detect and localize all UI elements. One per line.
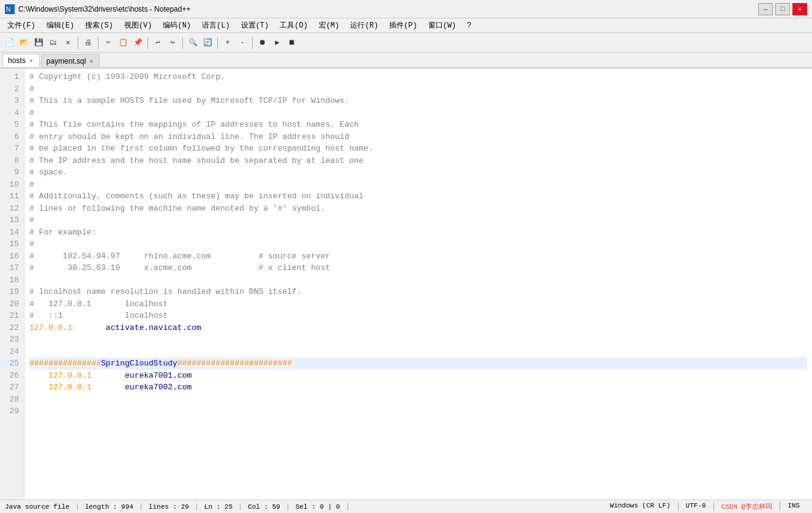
macro-stop-button[interactable]: ⏹ xyxy=(285,36,299,50)
code-line-20: # 127.0.0.1 localhost xyxy=(29,298,807,310)
menu-item-f[interactable]: 文件(F) xyxy=(2,19,40,32)
line-number-19: 19 xyxy=(2,286,19,298)
line-number-9: 9 xyxy=(2,167,19,179)
status-bar: Java source file length : 994 lines : 29… xyxy=(0,500,812,513)
line-number-22: 22 xyxy=(2,322,19,334)
paste-button[interactable]: 📌 xyxy=(131,36,144,50)
menu-item-r[interactable]: 运行(R) xyxy=(345,19,383,32)
line-ending: Windows (CR LF) xyxy=(610,502,679,511)
menu-item-m[interactable]: 宏(M) xyxy=(314,19,345,32)
line-number-25: 25 xyxy=(2,358,19,370)
minimize-button[interactable]: — xyxy=(758,3,773,15)
encoding: UTF-8 xyxy=(679,502,714,511)
menu-item-e[interactable]: 编辑(E) xyxy=(42,19,80,32)
code-line-8: # The IP address and the host name shoul… xyxy=(29,155,807,167)
code-line-14: # For example: xyxy=(29,227,807,239)
code-line-23 xyxy=(29,334,807,346)
menu-bar: 文件(F)编辑(E)搜索(S)视图(V)编码(N)语言(L)设置(T)工具(O)… xyxy=(0,18,812,33)
undo-button[interactable]: ↩ xyxy=(151,36,165,50)
toolbar-sep-3 xyxy=(147,37,148,49)
line-number-15: 15 xyxy=(2,238,19,250)
open-button[interactable]: 📂 xyxy=(17,36,31,50)
code-line-16: # 102.54.94.97 rhino.acme.com # source s… xyxy=(29,250,807,263)
length-info: length : 994 xyxy=(78,503,141,511)
line-number-14: 14 xyxy=(2,227,19,239)
line-number-20: 20 xyxy=(2,298,19,310)
code-line-6: # entry should be kept on an individual … xyxy=(29,131,807,143)
code-line-4: # xyxy=(29,107,807,119)
toolbar-sep-6 xyxy=(252,37,253,49)
menu-item-o[interactable]: 工具(O) xyxy=(275,19,313,32)
macro-play-button[interactable]: ▶ xyxy=(270,36,284,50)
menu-item-[interactable]: ? xyxy=(462,20,476,31)
code-line-11: # Additionally, comments (such as these)… xyxy=(29,190,807,203)
code-line-28 xyxy=(29,394,807,406)
save-button[interactable]: 💾 xyxy=(32,36,45,50)
zoom-in-button[interactable]: + xyxy=(221,36,234,50)
close-button2[interactable]: ✕ xyxy=(61,36,75,50)
tab-payment-sql[interactable]: payment.sql ✕ xyxy=(41,54,100,67)
lines-info: lines : 29 xyxy=(141,503,197,511)
code-line-2: # xyxy=(29,83,807,95)
code-area[interactable]: # Copyright (c) 1993-2009 Microsoft Corp… xyxy=(24,69,812,500)
line-number-2: 2 xyxy=(2,83,19,95)
line-number-8: 8 xyxy=(2,155,19,167)
tab-hosts[interactable]: hosts ✕ xyxy=(2,54,40,67)
code-line-5: # This file contains the mappings of IP … xyxy=(29,119,807,131)
sel-info: Sel : 0 | 0 xyxy=(288,503,348,511)
line-number-17: 17 xyxy=(2,262,19,274)
code-line-15: # xyxy=(29,238,807,250)
line-number-28: 28 xyxy=(2,394,19,406)
menu-item-t[interactable]: 设置(T) xyxy=(236,19,274,32)
cut-button[interactable]: ✂ xyxy=(102,36,115,50)
code-line-18 xyxy=(29,274,807,286)
replace-button[interactable]: 🔄 xyxy=(201,36,214,50)
toolbar-sep-2 xyxy=(98,37,99,49)
line-number-23: 23 xyxy=(2,334,19,346)
menu-item-n[interactable]: 编码(N) xyxy=(158,19,196,32)
line-number-3: 3 xyxy=(2,95,19,107)
print-button[interactable]: 🖨 xyxy=(81,36,95,50)
find-button[interactable]: 🔍 xyxy=(186,36,199,50)
zoom-out-button[interactable]: - xyxy=(236,36,249,50)
line-number-27: 27 xyxy=(2,381,19,394)
code-line-25: ###############SpringCloudStudy#########… xyxy=(29,358,807,370)
new-button[interactable]: 📄 xyxy=(2,36,16,50)
menu-item-p[interactable]: 插件(P) xyxy=(384,19,422,32)
menu-item-l[interactable]: 语言(L) xyxy=(197,19,235,32)
line-number-13: 13 xyxy=(2,214,19,227)
toolbar-sep-4 xyxy=(182,37,183,49)
menu-item-w[interactable]: 窗口(W) xyxy=(423,19,461,32)
tab-payment-close[interactable]: ✕ xyxy=(88,58,94,65)
menu-item-v[interactable]: 视图(V) xyxy=(119,19,157,32)
tab-hosts-close[interactable]: ✕ xyxy=(28,57,34,64)
svg-text:N: N xyxy=(6,6,10,13)
status-right: Windows (CR LF) UTF-8 CSDN @李志林同 INS xyxy=(610,502,807,511)
line-number-4: 4 xyxy=(2,107,19,119)
redo-button[interactable]: ↪ xyxy=(166,36,179,50)
code-line-10: # xyxy=(29,179,807,191)
app-icon: N xyxy=(5,4,15,14)
close-button[interactable]: ✕ xyxy=(792,3,807,15)
title-bar-controls[interactable]: — □ ✕ xyxy=(758,3,807,15)
code-line-17: # 38.25.63.10 x.acme.com # x client host xyxy=(29,262,807,274)
menu-item-s[interactable]: 搜索(S) xyxy=(80,19,118,32)
line-number-24: 24 xyxy=(2,346,19,358)
maximize-button[interactable]: □ xyxy=(775,3,790,15)
macro-button[interactable]: ⏺ xyxy=(256,36,269,50)
line-number-21: 21 xyxy=(2,310,19,322)
copy-button[interactable]: 📋 xyxy=(116,36,130,50)
col-info: Col : 59 xyxy=(240,503,288,511)
code-line-27: 127.0.0.1 eureka7002.com xyxy=(29,381,807,394)
code-line-9: # space. xyxy=(29,167,807,179)
code-line-19: # localhost name resolution is handled w… xyxy=(29,286,807,298)
tab-hosts-label: hosts xyxy=(8,56,26,65)
file-type: Java source file xyxy=(5,503,78,511)
line-number-26: 26 xyxy=(2,370,19,382)
save-all-button[interactable]: 🗂 xyxy=(47,36,60,50)
title-bar-left: N C:\Windows\System32\drivers\etc\hosts … xyxy=(5,4,190,14)
line-number-18: 18 xyxy=(2,274,19,286)
code-line-1: # Copyright (c) 1993-2009 Microsoft Corp… xyxy=(29,71,807,83)
window-title: C:\Windows\System32\drivers\etc\hosts - … xyxy=(18,5,190,13)
code-line-3: # This is a sample HOSTS file used by Mi… xyxy=(29,95,807,107)
